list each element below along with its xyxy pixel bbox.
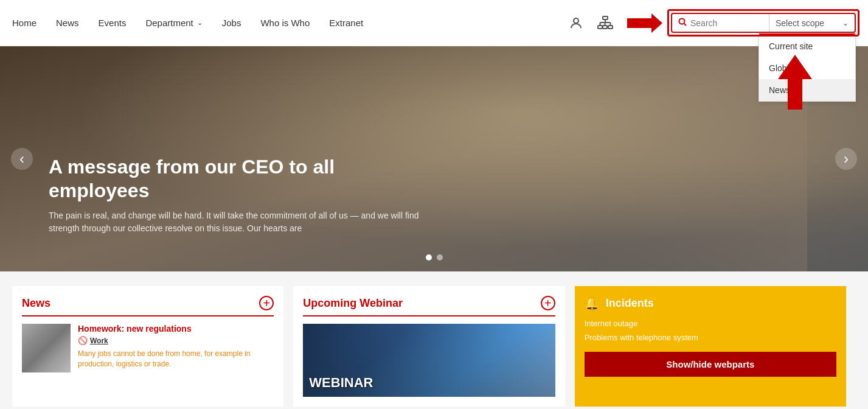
search-input[interactable]: [690, 18, 757, 28]
scope-item-global[interactable]: Global: [759, 57, 855, 79]
scope-selector[interactable]: Select scope ⌄: [769, 15, 855, 32]
news-tag: 🚫 Work: [78, 336, 274, 345]
webinar-card-title: Upcoming Webinar: [303, 297, 403, 310]
hero-description: The pain is real, and change will be har…: [49, 209, 426, 235]
nav-home[interactable]: Home: [12, 18, 36, 28]
news-thumbnail: [22, 324, 71, 372]
search-icon: [678, 18, 687, 28]
news-thumb-inner: [22, 324, 71, 372]
svg-rect-3: [603, 26, 607, 29]
webinar-card-header: Upcoming Webinar +: [303, 296, 555, 316]
no-tag-icon: 🚫: [78, 336, 88, 345]
hero-banner: ‹ A message from our CEO to all employee…: [0, 46, 868, 271]
nav-icons: [566, 13, 615, 33]
hero-title: A message from our CEO to all employees: [49, 155, 426, 202]
scope-dropdown: Current site Global News: [759, 33, 856, 102]
nav-extranet[interactable]: Extranet: [329, 18, 363, 28]
svg-point-0: [574, 18, 578, 23]
chevron-down-icon: ⌄: [197, 19, 203, 27]
bottom-section: News + Homework: new regulations 🚫 Work …: [0, 271, 868, 409]
incidents-header: 🔔 Incidents: [585, 296, 836, 310]
news-headline[interactable]: Homework: new regulations: [78, 324, 274, 334]
scope-chevron-icon: ⌄: [842, 19, 849, 27]
news-add-button[interactable]: +: [259, 296, 274, 310]
scope-item-current-site[interactable]: Current site: [759, 35, 855, 57]
hero-dots: [426, 254, 443, 260]
navbar: Home News Events Department ⌄ Jobs Who i…: [0, 0, 868, 46]
incident-link-0[interactable]: Internet outage: [585, 319, 836, 328]
news-content: Homework: new regulations 🚫 Work Many jo…: [78, 324, 274, 369]
webinar-card: Upcoming Webinar + WEBINAR: [293, 286, 564, 407]
scope-label: Select scope: [776, 18, 824, 28]
webinar-text-overlay: WEBINAR: [309, 375, 373, 391]
news-body: Many jobs cannot be done from home, for …: [78, 349, 274, 369]
nav-events[interactable]: Events: [99, 18, 127, 28]
hero-dot-1[interactable]: [426, 254, 432, 260]
search-outer: Select scope ⌄ Current site Global News: [671, 13, 856, 33]
scope-item-news[interactable]: News: [759, 79, 855, 101]
svg-rect-2: [598, 26, 602, 29]
news-item: Homework: new regulations 🚫 Work Many jo…: [22, 324, 274, 372]
incidents-card: 🔔 Incidents Internet outage Problems wit…: [575, 286, 846, 407]
right-arrow-annotation: [627, 11, 664, 35]
news-tag-label[interactable]: Work: [90, 337, 108, 345]
svg-rect-4: [608, 26, 613, 29]
webinar-add-button[interactable]: +: [541, 296, 555, 310]
nav-who-is-who[interactable]: Who is Who: [260, 18, 310, 28]
hero-next-button[interactable]: ›: [835, 148, 857, 170]
nav-jobs[interactable]: Jobs: [222, 18, 241, 28]
svg-marker-10: [627, 13, 662, 33]
hero-dot-2[interactable]: [437, 254, 443, 260]
hero-prev-button[interactable]: ‹: [11, 148, 33, 170]
hero-content: A message from our CEO to all employees …: [49, 155, 426, 235]
incident-link-1[interactable]: Problems with telephone system: [585, 333, 836, 342]
show-hide-webparts-button[interactable]: Show/hide webparts: [585, 352, 836, 377]
news-card-header: News +: [22, 296, 274, 316]
search-input-wrapper: [672, 14, 769, 32]
news-card: News + Homework: new regulations 🚫 Work …: [12, 286, 283, 407]
nav-links: Home News Events Department ⌄ Jobs Who i…: [12, 18, 566, 28]
search-container: Select scope ⌄: [671, 13, 856, 33]
svg-point-11: [679, 19, 685, 24]
user-icon[interactable]: [566, 13, 586, 33]
nav-news[interactable]: News: [56, 18, 79, 28]
org-chart-icon[interactable]: [595, 13, 615, 33]
nav-department[interactable]: Department ⌄: [145, 18, 202, 28]
incidents-title: Incidents: [606, 297, 654, 310]
bell-icon: 🔔: [585, 296, 600, 310]
news-card-title: News: [22, 297, 50, 310]
svg-rect-1: [603, 16, 608, 19]
webinar-thumbnail: WEBINAR: [303, 324, 555, 397]
svg-line-12: [684, 24, 687, 26]
